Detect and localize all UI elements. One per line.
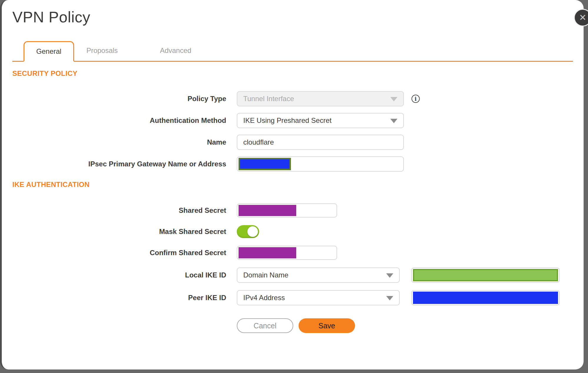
auth-method-label: Authentication Method bbox=[2, 116, 226, 125]
info-icon[interactable]: i bbox=[412, 95, 420, 103]
tab-advanced[interactable]: Advanced bbox=[148, 40, 204, 61]
gateway-label: IPsec Primary Gateway Name or Address bbox=[2, 160, 226, 168]
vpn-policy-dialog: VPN Policy General Proposals Advanced SE… bbox=[0, 0, 584, 369]
redacted-gateway-value bbox=[239, 158, 291, 170]
chevron-down-icon bbox=[386, 273, 393, 278]
peer-ike-id-label: Peer IKE ID bbox=[2, 294, 226, 302]
peer-ike-id-value-input[interactable] bbox=[411, 290, 560, 305]
shared-secret-label: Shared Secret bbox=[2, 206, 226, 215]
ike-authentication-heading: IKE AUTHENTICATION bbox=[12, 180, 584, 189]
peer-ike-id-select[interactable]: IPv4 Address bbox=[237, 290, 400, 305]
save-button[interactable]: Save bbox=[299, 318, 355, 333]
security-policy-heading: SECURITY POLICY bbox=[12, 69, 584, 78]
local-ike-id-label: Local IKE ID bbox=[2, 271, 226, 279]
gateway-row: IPsec Primary Gateway Name or Address bbox=[2, 156, 584, 172]
name-input[interactable]: cloudflare bbox=[237, 135, 404, 150]
redacted-confirm-shared-secret-value bbox=[239, 247, 296, 258]
confirm-shared-secret-input[interactable] bbox=[237, 246, 337, 260]
shared-secret-row: Shared Secret bbox=[2, 203, 584, 218]
tab-general[interactable]: General bbox=[24, 41, 74, 62]
policy-type-row: Policy Type Tunnel Interface i bbox=[2, 91, 584, 106]
local-ike-id-row: Local IKE ID Domain Name bbox=[2, 267, 584, 283]
tab-proposals[interactable]: Proposals bbox=[74, 40, 130, 61]
tab-general-label: General bbox=[36, 47, 61, 56]
tab-advanced-label: Advanced bbox=[160, 46, 191, 55]
confirm-shared-secret-label: Confirm Shared Secret bbox=[2, 249, 226, 257]
ike-authentication-form: Shared Secret Mask Shared Secret Confirm… bbox=[2, 203, 584, 333]
gateway-input[interactable] bbox=[237, 156, 404, 172]
toggle-knob bbox=[247, 226, 258, 237]
policy-type-label: Policy Type bbox=[2, 95, 226, 103]
auth-method-row: Authentication Method IKE Using Preshare… bbox=[2, 113, 584, 128]
chevron-down-icon bbox=[390, 97, 397, 101]
chevron-down-icon bbox=[386, 296, 393, 300]
local-ike-id-type-value: Domain Name bbox=[243, 271, 288, 279]
local-ike-id-value-input[interactable] bbox=[411, 267, 560, 283]
shared-secret-input[interactable] bbox=[237, 203, 337, 218]
close-icon: ✕ bbox=[579, 13, 586, 22]
auth-method-select[interactable]: IKE Using Preshared Secret bbox=[237, 113, 404, 128]
cancel-button[interactable]: Cancel bbox=[237, 318, 293, 333]
policy-type-value: Tunnel Interface bbox=[243, 95, 294, 103]
auth-method-value: IKE Using Preshared Secret bbox=[243, 116, 332, 125]
name-label: Name bbox=[2, 138, 226, 146]
policy-type-select[interactable]: Tunnel Interface bbox=[237, 91, 404, 106]
footer-buttons-row: Cancel Save bbox=[2, 318, 584, 333]
peer-ike-id-row: Peer IKE ID IPv4 Address bbox=[2, 290, 584, 305]
tab-proposals-label: Proposals bbox=[86, 46, 118, 55]
name-value: cloudflare bbox=[243, 138, 274, 146]
mask-shared-secret-label: Mask Shared Secret bbox=[2, 228, 226, 236]
mask-shared-secret-row: Mask Shared Secret bbox=[2, 225, 584, 238]
name-row: Name cloudflare bbox=[2, 135, 584, 150]
redacted-local-ike-id-value bbox=[413, 269, 558, 281]
page-title: VPN Policy bbox=[12, 8, 584, 26]
redacted-peer-ike-id-value bbox=[413, 292, 558, 304]
confirm-shared-secret-row: Confirm Shared Secret bbox=[2, 246, 584, 260]
security-policy-form: Policy Type Tunnel Interface i Authentic… bbox=[2, 91, 584, 172]
chevron-down-icon bbox=[390, 119, 397, 123]
local-ike-id-select[interactable]: Domain Name bbox=[237, 267, 400, 283]
mask-shared-secret-toggle[interactable] bbox=[237, 225, 259, 238]
redacted-shared-secret-value bbox=[239, 205, 296, 216]
peer-ike-id-type-value: IPv4 Address bbox=[243, 294, 285, 302]
tab-bar: General Proposals Advanced bbox=[12, 41, 573, 62]
